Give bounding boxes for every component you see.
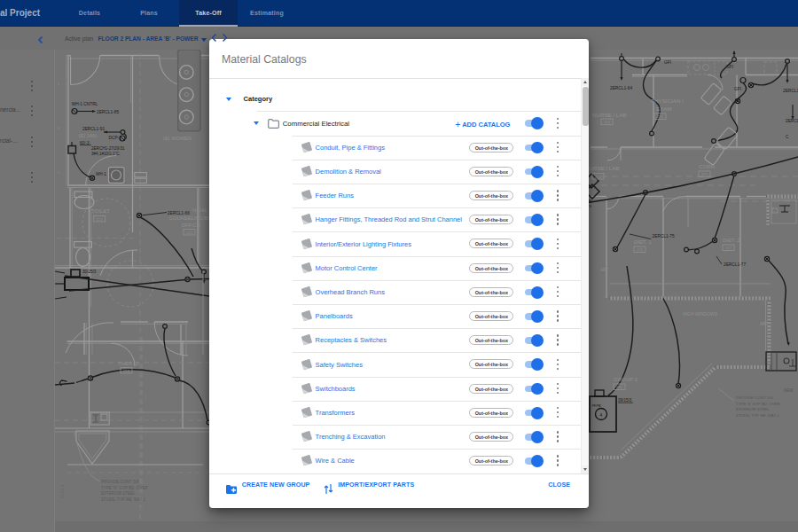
svg-text:237: 237 [725, 246, 732, 250]
svg-text:2ERCL1-75: 2ERCL1-75 [653, 234, 675, 239]
svg-text:STUDS, TYP. RE: 5/A7.1: STUDS, TYP. RE: 5/A7.1 [101, 497, 146, 502]
svg-text:NURSE / LAB: NURSE / LAB [585, 165, 620, 171]
svg-text:2ERCL1-71: 2ERCL1-71 [786, 119, 798, 123]
svg-text:3#4,1#10G,1"C.: 3#4,1#10G,1"C. [91, 152, 121, 156]
svg-text:2ERCL1-85: 2ERCL1-85 [97, 110, 119, 114]
svg-text:(E) WOMEN: (E) WOMEN [163, 136, 192, 141]
svg-text:STUDS, TYP. RE. 5/A7.1: STUDS, TYP. RE. 5/A7.1 [736, 413, 779, 418]
svg-text:WH-1 CNTRL: WH-1 CNTRL [72, 102, 98, 106]
svg-text:NEW: NEW [784, 388, 794, 393]
svg-text:WH-1: WH-1 [96, 172, 106, 176]
svg-text:EXTERIOR STEEL: EXTERIOR STEEL [101, 491, 136, 496]
svg-text:HIGH WINDOWS: HIGH WINDOWS [683, 311, 718, 317]
svg-text:DIET. 2: DIET. 2 [723, 238, 740, 243]
svg-text:2ERCL1-91: 2ERCL1-91 [82, 127, 105, 131]
svg-text:OFFICE: OFFICE [182, 223, 200, 228]
svg-text:EXTERIOR STEEL: EXTERIOR STEEL [736, 407, 770, 411]
svg-text:30/25/3: 30/25/3 [82, 270, 97, 274]
svg-text:2ERCL1-: 2ERCL1- [783, 89, 798, 93]
svg-text:60/-3: 60/-3 [80, 141, 90, 145]
svg-text:PROVIDE CONT. 5/8: PROVIDE CONT. 5/8 [101, 480, 139, 484]
svg-text:39/15/3: 39/15/3 [618, 398, 632, 403]
svg-text:TYPE "X" GYP BD. OVER: TYPE "X" GYP BD. OVER [101, 486, 148, 490]
svg-text:DIET. 1: DIET. 1 [634, 239, 652, 245]
svg-text:EXAM: EXAM [656, 106, 672, 112]
svg-text:236: 236 [657, 114, 664, 119]
svg-text:(E) JAN.: (E) JAN. [79, 133, 98, 138]
svg-text:2ERCL1-77: 2ERCL1-77 [724, 262, 746, 267]
svg-text:221: 221 [97, 217, 104, 222]
svg-text:GFI: GFI [734, 87, 741, 91]
svg-text:PROVIDE CONT. 5/8: PROVIDE CONT. 5/8 [736, 395, 773, 400]
svg-text:GROUP 3: GROUP 3 [614, 377, 638, 382]
svg-text:ART: ART [600, 268, 608, 272]
svg-text:PHYSICIAN /: PHYSICIAN / [651, 98, 684, 104]
svg-text:ART: ART [760, 322, 768, 326]
svg-text:NCIAL: NCIAL [192, 207, 208, 213]
svg-text:235: 235 [637, 247, 644, 252]
svg-text:TYPE 'X' GYP BD. OVER: TYPE 'X' GYP BD. OVER [736, 402, 780, 406]
svg-text:THER. 3: THER. 3 [118, 361, 139, 366]
svg-text:2ERCL1-64: 2ERCL1-64 [610, 86, 632, 90]
svg-text:232: 232 [616, 385, 623, 389]
svg-text:TOILET: TOILET [91, 208, 110, 214]
svg-text:214: 214 [595, 175, 602, 179]
svg-text:205: 205 [701, 172, 708, 176]
svg-text:AREA B: AREA B [60, 484, 65, 498]
svg-text:234: 234 [604, 120, 611, 124]
svg-text:4: 4 [600, 412, 603, 418]
svg-text:NURSE / LAB: NURSE / LAB [592, 112, 627, 118]
svg-text:218: 218 [123, 369, 130, 373]
svg-text:GFI: GFI [664, 60, 671, 65]
svg-text:2ERCH1-27/29/31: 2ERCH1-27/29/31 [91, 146, 125, 151]
svg-text:223: 223 [186, 231, 193, 235]
svg-text:PFPB: PFPB [592, 403, 602, 408]
svg-text:CORR.: CORR. [699, 163, 716, 169]
